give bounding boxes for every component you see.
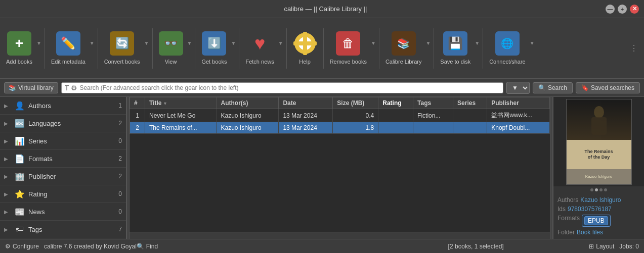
saved-searches-button[interactable]: 🔖 Saved searches [576, 82, 640, 93]
book-details: Authors Kazuo Ishiguro Ids 9780307576187… [553, 193, 644, 239]
save-to-disk-icon: 💾 [443, 31, 467, 56]
remove-books-dropdown-arrow[interactable]: ▼ [371, 40, 376, 46]
title-bar: calibre — || Calibre Library || — + ✕ [0, 0, 644, 18]
sidebar-publisher-count: 2 [118, 173, 122, 180]
epub-format-badge[interactable]: EPUB [584, 216, 608, 225]
find-button[interactable]: 🔍 Find [137, 243, 363, 250]
ids-detail-row: Ids 9780307576187 [557, 206, 640, 213]
sidebar-languages-label: Languages [28, 120, 115, 127]
col-num[interactable]: # [130, 97, 145, 109]
cover-middle-section: The Remainsof the Day [567, 140, 631, 169]
cell-8: Knopf Doubl... [487, 122, 550, 134]
sidebar-item-rating[interactable]: ▶ ⭐ Rating 0 [0, 185, 126, 203]
add-books-label: Add books [6, 59, 32, 65]
convert-books-button[interactable]: 🔄 Convert books [101, 23, 143, 74]
get-books-button[interactable]: ⬇️ Get books [198, 23, 230, 74]
sidebar-item-series[interactable]: ▶ 📊 Series 0 [0, 132, 126, 150]
col-title[interactable]: Title [145, 97, 217, 109]
cover-top-section [567, 99, 631, 140]
cover-silhouette-icon [584, 102, 614, 137]
maximize-button[interactable]: + [618, 5, 627, 14]
tags-icon: 🏷 [14, 224, 25, 235]
cell-2: Kazuo Ishiguro [217, 109, 279, 122]
connect-share-label: Connect/share [489, 59, 526, 65]
folder-detail-value[interactable]: Book files [577, 229, 603, 236]
cell-2: Kazuo Ishiguro [217, 122, 279, 134]
view-button[interactable]: 👓 View [156, 23, 186, 74]
sidebar-item-publisher[interactable]: ▶ 🏢 Publisher 2 [0, 168, 126, 185]
view-icon: 👓 [159, 31, 183, 56]
add-books-dropdown-arrow[interactable]: ▼ [36, 40, 41, 46]
sidebar-item-formats[interactable]: ▶ 📄 Formats 2 [0, 150, 126, 168]
configure-icon: ⚙ [5, 243, 11, 250]
search-dropdown[interactable]: ▼ [506, 82, 530, 94]
book-list-area: # Title Author(s) Date Size (MB) Rating … [130, 97, 550, 239]
edit-metadata-icon: ✏️ [56, 31, 80, 56]
calibre-library-button[interactable]: 📚 Calibre Library [382, 23, 425, 74]
get-books-label: Get books [201, 59, 227, 65]
help-icon [293, 31, 317, 56]
save-to-disk-label: Save to disk [440, 59, 470, 65]
cover-author-section: Kazuo Ishiguro [567, 169, 631, 184]
convert-books-dropdown-arrow[interactable]: ▼ [144, 40, 149, 46]
table-row[interactable]: 1Never Let Me GoKazuo Ishiguro13 Mar 202… [130, 109, 550, 122]
search-button-label: Search [548, 84, 567, 91]
authors-detail-value[interactable]: Kazuo Ishiguro [580, 196, 621, 204]
sidebar-item-tags[interactable]: ▶ 🏷 Tags 7 [0, 221, 126, 238]
window-controls[interactable]: — + ✕ [606, 5, 639, 14]
calibre-library-label: Calibre Library [385, 59, 422, 65]
remove-books-button[interactable]: 🗑 Remove books [327, 23, 370, 74]
col-date[interactable]: Date [279, 97, 333, 109]
authors-arrow-icon: ▶ [4, 103, 11, 109]
connect-share-icon: 🌐 [495, 31, 520, 56]
horizontal-scrollbar[interactable] [130, 232, 550, 239]
search-input[interactable] [79, 84, 500, 91]
virtual-library-button[interactable]: 📚 Virtual library [4, 82, 58, 93]
calibre-library-dropdown-arrow[interactable]: ▼ [425, 40, 431, 46]
close-button[interactable]: ✕ [630, 5, 639, 14]
sep1 [45, 28, 45, 69]
languages-icon: 🔤 [14, 118, 25, 129]
minimize-button[interactable]: — [606, 5, 615, 14]
sidebar-item-news[interactable]: ▶ 📰 News 0 [0, 203, 126, 221]
save-to-disk-dropdown-arrow[interactable]: ▼ [475, 40, 480, 46]
col-series[interactable]: Series [453, 97, 487, 109]
more-options-icon[interactable]: ⋮ [627, 43, 641, 53]
col-tags[interactable]: Tags [413, 97, 453, 109]
languages-arrow-icon: ▶ [4, 121, 11, 126]
add-books-button[interactable]: + Add books [3, 23, 35, 74]
sidebar-item-authors[interactable]: ▶ 👤 Authors 1 [0, 97, 126, 115]
edit-metadata-label: Edit metadata [51, 59, 85, 65]
save-to-disk-button[interactable]: 💾 Save to disk [437, 23, 474, 74]
saved-searches-label: Saved searches [591, 84, 634, 91]
jobs-text: Jobs: 0 [619, 243, 639, 250]
fetch-news-dropdown-arrow[interactable]: ▼ [278, 40, 283, 46]
col-size[interactable]: Size (MB) [333, 97, 378, 109]
book-cover: The Remainsof the Day Kazuo Ishiguro [566, 99, 632, 185]
table-row[interactable]: 2The Remains of...Kazuo Ishiguro13 Mar 2… [130, 122, 550, 134]
configure-button[interactable]: ⚙ Configure [5, 243, 39, 250]
edit-metadata-button[interactable]: ✏️ Edit metadata [48, 23, 89, 74]
col-authors[interactable]: Author(s) [217, 97, 279, 109]
view-dropdown-arrow[interactable]: ▼ [187, 40, 192, 46]
ids-detail-value[interactable]: 9780307576187 [568, 206, 612, 213]
col-rating[interactable]: Rating [378, 97, 413, 109]
cell-0: 1 [130, 109, 145, 122]
cell-6 [413, 122, 453, 134]
col-publisher[interactable]: Publisher [487, 97, 550, 109]
search-button[interactable]: 🔍 Search [533, 82, 573, 93]
connect-share-button[interactable]: 🌐 Connect/share [486, 23, 529, 74]
book-table-container[interactable]: # Title Author(s) Date Size (MB) Rating … [130, 97, 550, 232]
layout-button[interactable]: ⊞ Layout [589, 243, 614, 250]
search-gear-icon[interactable]: ⚙ [71, 84, 77, 92]
edit-metadata-dropdown-arrow[interactable]: ▼ [90, 40, 95, 46]
fetch-news-button[interactable]: ♥ Fetch news [242, 23, 277, 74]
find-icon: 🔍 [137, 243, 144, 250]
connect-share-dropdown-arrow[interactable]: ▼ [530, 40, 535, 46]
help-button[interactable]: Help [290, 23, 320, 74]
cover-title-text: The Remainsof the Day [584, 149, 613, 160]
sidebar-series-label: Series [28, 137, 115, 145]
sidebar-item-languages[interactable]: ▶ 🔤 Languages 2 [0, 115, 126, 132]
layout-label: Layout [596, 243, 614, 250]
get-books-dropdown-arrow[interactable]: ▼ [231, 40, 236, 46]
